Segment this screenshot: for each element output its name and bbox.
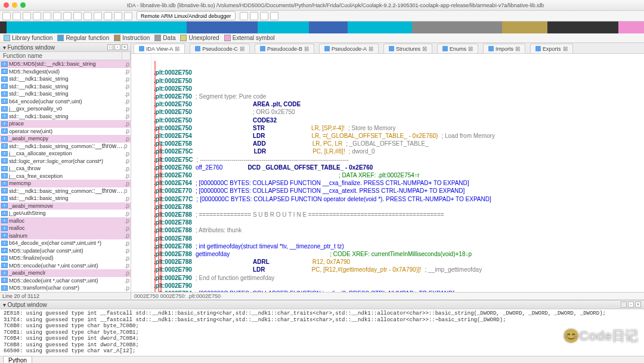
tab-pseudocode-c[interactable]: Pseudocode-C ⊠ xyxy=(190,44,250,53)
toolbar-button[interactable] xyxy=(104,12,112,20)
toolbar-button[interactable] xyxy=(33,12,41,20)
function-row[interactable]: fmalloc.p xyxy=(0,217,131,225)
function-row[interactable]: frealloc.p xyxy=(0,224,131,232)
function-icon: f xyxy=(1,106,8,112)
function-row[interactable]: fstd::__ndk1::basic_string.p xyxy=(0,195,131,202)
function-row[interactable]: fstd::__ndk1::basic_string.p xyxy=(0,90,131,98)
tab-close-icon[interactable]: ⊠ xyxy=(563,45,568,52)
function-row[interactable]: fstd::__ndk1::basic_string_common::__thr… xyxy=(0,187,131,195)
tab-pseudocode-a[interactable]: Pseudocode-A ⊠ xyxy=(319,44,379,53)
disassembly-view[interactable]: .plt:0002E750 .plt:0002E750 .plt:0002E75… xyxy=(131,54,644,292)
toolbar-button[interactable] xyxy=(270,12,278,20)
panel-btn[interactable]: ▫ xyxy=(114,44,120,50)
funnel-icon[interactable]: ▾ xyxy=(3,302,6,308)
toolbar-button[interactable] xyxy=(63,12,72,20)
function-row[interactable]: fj__cxa_free_exception.p xyxy=(0,173,131,180)
tab-close-icon[interactable]: ⊠ xyxy=(468,45,473,52)
function-row[interactable]: fMD5::encode(uchar *,uint const*,uint).p xyxy=(0,262,131,270)
function-icon: f xyxy=(1,196,8,201)
function-row[interactable]: fstd::logic_error::logic_error(char cons… xyxy=(0,158,131,165)
debugger-select[interactable]: Remote ARM Linux/Android debugger xyxy=(137,11,236,20)
function-icon: f xyxy=(1,285,8,291)
function-row[interactable]: fMD5::update(uchar const*,uint).p xyxy=(0,247,131,255)
toolbar-button[interactable] xyxy=(124,12,132,20)
functions-list[interactable]: fMD5::MD5(std::__ndk1::basic_string.pfMD… xyxy=(0,60,131,292)
toolbar-button[interactable] xyxy=(43,12,51,20)
legend-item: Instruction xyxy=(114,35,150,41)
tab-structures[interactable]: Structures ⊠ xyxy=(383,44,432,53)
function-row[interactable]: fb64_encode(uchar const*,uint).p xyxy=(0,98,131,106)
toolbar-button[interactable] xyxy=(260,12,268,20)
tab-imports[interactable]: Imports ⊠ xyxy=(483,44,525,53)
tab-ida-view-a[interactable]: IDA View-A ⊠ xyxy=(134,44,185,53)
toolbar-button[interactable] xyxy=(83,12,92,20)
navigation-band[interactable] xyxy=(0,21,644,33)
toolbar-button[interactable] xyxy=(240,12,248,20)
tab-close-icon[interactable]: ⊠ xyxy=(515,45,520,52)
function-row[interactable]: fMD5::MD5(std::__ndk1::basic_string.p xyxy=(0,60,131,68)
toolbar-button[interactable] xyxy=(53,12,61,20)
titlebar: IDA - libnative-lib.idb (libnative-lib.s… xyxy=(0,0,644,11)
toolbar-button[interactable] xyxy=(94,12,102,20)
tab-python[interactable]: Python xyxy=(3,356,32,364)
function-row[interactable]: f_aeabi_memmove.p xyxy=(0,202,131,210)
panel-header: ▾ Functions window □▫× xyxy=(0,43,131,52)
tab-close-icon[interactable]: ⊠ xyxy=(304,45,309,52)
color-legend: Library function Regular function Instru… xyxy=(0,33,644,43)
function-row[interactable]: fj__gxx_personality_v0.p xyxy=(0,105,131,113)
function-row[interactable]: fstd::__ndk1::basic_string.p xyxy=(0,113,131,121)
tab-exports[interactable]: Exports ⊠ xyxy=(530,44,573,53)
toolbar-button[interactable] xyxy=(114,12,122,20)
tab-close-icon[interactable]: ⊠ xyxy=(369,45,373,52)
tab-icon xyxy=(195,46,200,51)
output-text[interactable]: 2E818: using guessed type int __fastcall… xyxy=(0,309,644,356)
function-row[interactable]: f_aeabi_memcpy.p xyxy=(0,135,131,143)
function-icon: f xyxy=(1,76,8,82)
maximize-icon[interactable] xyxy=(20,2,26,8)
toolbar-button[interactable] xyxy=(23,12,31,20)
panel-close[interactable]: × xyxy=(122,44,128,50)
function-icon: f xyxy=(1,61,8,67)
close-icon[interactable] xyxy=(4,2,9,8)
tab-pseudocode-b[interactable]: Pseudocode-B ⊠ xyxy=(255,44,314,53)
toolbar-button[interactable] xyxy=(250,12,258,20)
minimize-icon[interactable] xyxy=(12,2,17,8)
panel-btn[interactable]: ▫ xyxy=(628,302,634,307)
function-row[interactable]: f_aeabi_memclr.p xyxy=(0,269,131,277)
function-row[interactable]: fstd::__ndk1::basic_string.p xyxy=(0,75,131,83)
function-icon: f xyxy=(1,181,8,186)
function-row[interactable]: fstd::__ndk1::basic_string_common::__thr… xyxy=(0,143,131,150)
toolbar-button[interactable] xyxy=(73,12,82,20)
function-row[interactable]: fmemcmp.p xyxy=(0,180,131,187)
function-row[interactable]: fstd::__ndk1::basic_string.p xyxy=(0,83,131,91)
function-row[interactable]: fMD5::decode(uint *,uchar const*,uint).p xyxy=(0,277,131,285)
tab-close-icon[interactable]: ⊠ xyxy=(422,45,427,52)
tab-icon xyxy=(442,46,448,51)
toolbar-button[interactable] xyxy=(13,12,21,20)
function-row[interactable]: fj_getAuthString.p xyxy=(0,210,131,217)
function-row[interactable]: fMD5::transform(uchar const*).p xyxy=(0,284,131,292)
panel-btn[interactable]: □ xyxy=(107,44,113,50)
tab-close-icon[interactable]: ⊠ xyxy=(175,45,179,52)
function-row[interactable]: fisalnum.p xyxy=(0,232,131,240)
panel-btn[interactable]: □ xyxy=(621,302,627,307)
view-tabs: IDA View-A ⊠Pseudocode-C ⊠Pseudocode-B ⊠… xyxy=(131,43,644,54)
tab-enums[interactable]: Enums ⊠ xyxy=(437,44,478,53)
function-row[interactable]: fptrace.p xyxy=(0,120,131,128)
function-row[interactable]: fMD5::hexdigest(void).p xyxy=(0,68,131,76)
toolbar-button[interactable] xyxy=(2,12,11,20)
funnel-icon[interactable]: ▾ xyxy=(3,44,6,51)
column-header[interactable]: Function name xyxy=(0,52,131,60)
function-row[interactable]: fb64_decode_ex(char const*,uint,uint *).… xyxy=(0,239,131,247)
function-icon: f xyxy=(1,173,8,179)
function-icon: f xyxy=(1,203,8,208)
function-row[interactable]: fMD5::finalize(void).p xyxy=(0,254,131,262)
function-icon: f xyxy=(1,270,8,276)
tab-close-icon[interactable]: ⊠ xyxy=(240,45,244,52)
function-row[interactable]: foperator new(uint).p xyxy=(0,128,131,136)
function-icon: f xyxy=(1,136,8,141)
panel-close[interactable]: × xyxy=(635,302,641,307)
function-row[interactable]: fj__cxa_allocate_exception.p xyxy=(0,150,131,158)
function-icon: f xyxy=(1,218,8,223)
function-row[interactable]: fj__cxa_throw.p xyxy=(0,165,131,173)
